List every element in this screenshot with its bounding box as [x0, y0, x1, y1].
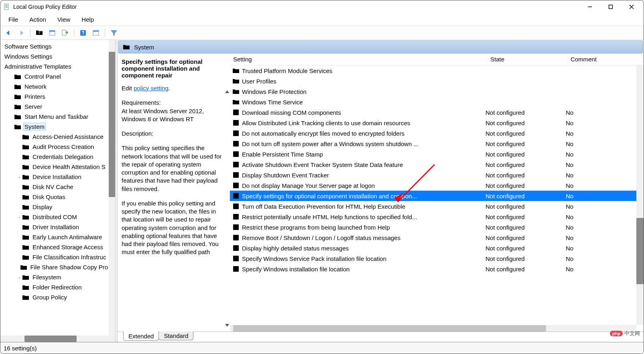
tab-standard[interactable]: Standard	[158, 332, 193, 340]
svg-rect-6	[5, 5, 8, 6]
tree-item[interactable]: ›Device Installation	[0, 172, 109, 182]
tree-item[interactable]: Group Policy	[0, 292, 109, 302]
menu-action[interactable]: Action	[24, 14, 52, 24]
table-row[interactable]: Do not turn off system power after a Win…	[230, 138, 644, 149]
row-comment: No	[566, 120, 642, 126]
tree-item[interactable]: Early Launch Antimalware	[0, 232, 109, 242]
php-badge: php	[610, 331, 623, 336]
tree-item[interactable]: Windows Settings	[0, 51, 109, 61]
tree-item[interactable]: Folder Redirection	[0, 282, 109, 292]
row-state: Not configured	[486, 224, 566, 231]
table-row[interactable]: User Profiles	[230, 76, 644, 86]
close-button[interactable]	[626, 1, 637, 12]
detail-scrollbar[interactable]	[224, 53, 230, 332]
nav-back-button[interactable]	[3, 27, 14, 39]
table-row[interactable]: Turn off Data Execution Prevention for H…	[230, 201, 644, 212]
table-row[interactable]: Activate Shutdown Event Tracker System S…	[230, 159, 644, 170]
row-setting: Turn off Data Execution Prevention for H…	[242, 203, 486, 210]
setting-icon	[232, 224, 240, 230]
table-row[interactable]: Restrict potentially unsafe HTML Help fu…	[230, 212, 644, 222]
tab-extended[interactable]: Extended	[123, 332, 159, 341]
scroll-up-icon	[225, 90, 230, 94]
setting-icon	[232, 203, 240, 210]
table-row[interactable]: Specify Windows Service Pack installatio…	[230, 253, 644, 264]
setting-icon	[232, 151, 240, 157]
menu-view[interactable]: View	[52, 14, 76, 24]
tree-item[interactable]: Administrative Templates	[0, 61, 109, 71]
tree-item[interactable]: System	[0, 122, 109, 132]
table-row[interactable]: Allow Distributed Link Tracking clients …	[230, 118, 644, 128]
tree-item[interactable]: Control Panel	[0, 71, 109, 81]
tree-item[interactable]: Access-Denied Assistance	[0, 132, 109, 142]
list-vscrollbar[interactable]	[636, 65, 644, 325]
table-row[interactable]: Specify Windows installation file locati…	[230, 264, 644, 274]
properties-button[interactable]	[90, 27, 102, 39]
table-row[interactable]: Windows Time Service	[230, 97, 644, 107]
col-state[interactable]: State	[487, 56, 567, 63]
tree-item[interactable]: Credentials Delegation	[0, 152, 109, 162]
list-hscrollbar[interactable]	[230, 325, 636, 332]
row-comment: No	[566, 140, 642, 147]
folder-icon	[232, 99, 240, 105]
table-row[interactable]: Restrict these programs from being launc…	[230, 222, 644, 232]
table-row[interactable]: Download missing COM componentsNot confi…	[230, 107, 644, 118]
row-setting: Activate Shutdown Event Tracker System S…	[242, 161, 486, 168]
filter-button[interactable]	[108, 27, 120, 39]
tree-item[interactable]: Network	[0, 81, 109, 92]
table-row[interactable]: Display Shutdown Event TrackerNot config…	[230, 170, 644, 180]
table-row[interactable]: Windows File Protection	[230, 86, 644, 97]
table-header: Setting State Comment	[230, 53, 644, 65]
table-row[interactable]: Specify settings for optional component …	[230, 191, 644, 201]
tree-vscrollbar[interactable]	[109, 40, 115, 336]
tree-item[interactable]: Driver Installation	[0, 222, 109, 232]
help-button[interactable]: ?	[77, 27, 89, 39]
settings-table: Setting State Comment Trusted Platform M…	[230, 53, 644, 332]
row-setting: Display Shutdown Event Tracker	[242, 172, 486, 179]
description-p1: This policy setting specifies the networ…	[122, 144, 226, 193]
tree-item[interactable]: File Share Shadow Copy Pro	[0, 262, 109, 272]
menu-help[interactable]: Help	[76, 14, 100, 24]
menu-file[interactable]: File	[3, 14, 24, 24]
table-row[interactable]: Do not display Manage Your Server page a…	[230, 180, 644, 191]
table-row[interactable]: Do not automatically encrypt files moved…	[230, 128, 644, 138]
tree-item[interactable]: Disk Quotas	[0, 192, 109, 202]
edit-policy-link[interactable]: policy setting	[134, 85, 169, 92]
row-state: Not configured	[486, 161, 566, 168]
tree-item[interactable]: Enhanced Storage Access	[0, 242, 109, 252]
row-comment: No	[566, 172, 642, 179]
maximize-button[interactable]	[605, 1, 616, 12]
col-setting[interactable]: Setting	[230, 56, 487, 63]
tree-item[interactable]: File Classification Infrastruc	[0, 252, 109, 262]
table-row[interactable]: Enable Persistent Time StampNot configur…	[230, 149, 644, 159]
export-button[interactable]	[59, 27, 71, 39]
tree-item[interactable]: Audit Process Creation	[0, 142, 109, 152]
tree-hscrollbar[interactable]	[0, 336, 115, 342]
tree-item[interactable]: Server	[0, 102, 109, 112]
minimize-button[interactable]	[584, 1, 595, 12]
table-row[interactable]: Remove Boot / Shutdown / Logon / Logoff …	[230, 232, 644, 243]
col-comment[interactable]: Comment	[567, 56, 644, 63]
show-hide-tree-button[interactable]	[47, 27, 58, 39]
tree-item[interactable]: ›Distributed COM	[0, 212, 109, 222]
tree-item[interactable]: Display	[0, 202, 109, 212]
folder-icon	[232, 88, 240, 95]
setting-icon	[232, 172, 240, 178]
table-row[interactable]: Trusted Platform Module Services	[230, 65, 644, 76]
row-state: Not configured	[486, 120, 566, 126]
svg-rect-14	[49, 31, 55, 32]
row-setting: Allow Distributed Link Tracking clients …	[242, 120, 486, 126]
tree-item[interactable]: Disk NV Cache	[0, 182, 109, 192]
row-comment: No	[566, 151, 642, 158]
edit-label: Edit	[122, 85, 134, 92]
description-p2: If you enable this policy setting and sp…	[122, 199, 226, 256]
tree-item[interactable]: Software Settings	[0, 41, 109, 51]
tree-item[interactable]: Start Menu and Taskbar	[0, 112, 109, 122]
up-folder-button[interactable]	[34, 27, 45, 39]
nav-forward-button[interactable]	[16, 27, 27, 39]
table-row[interactable]: Display highly detailed status messagesN…	[230, 243, 644, 253]
tree-item[interactable]: Printers	[0, 92, 109, 102]
tree-item[interactable]: ›Filesystem	[0, 272, 109, 282]
tree-item[interactable]: Device Health Attestation S	[0, 162, 109, 172]
row-state: Not configured	[486, 130, 566, 137]
row-setting: Do not turn off system power after a Win…	[242, 140, 486, 147]
